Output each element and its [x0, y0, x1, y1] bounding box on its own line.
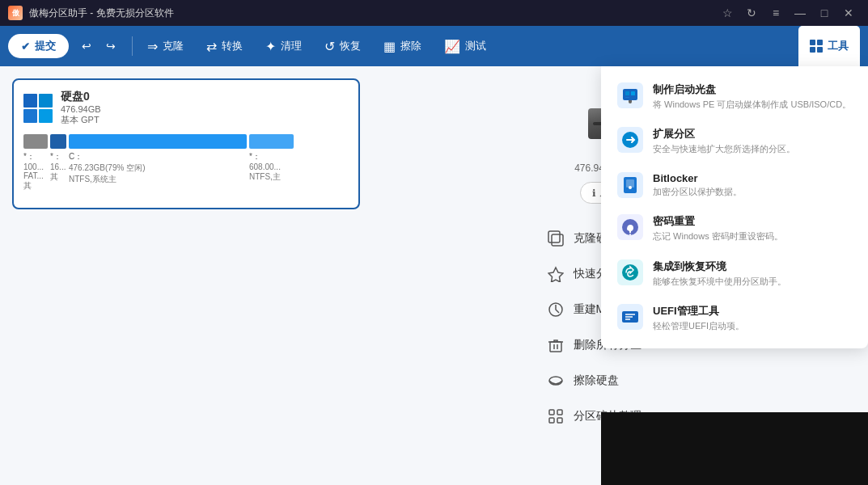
tool-boot-disk-text: 制作启动光盘 将 Windows PE 可启动媒体制作成 USB/ISO/CD。	[653, 82, 852, 111]
convert-icon: ⇄	[206, 39, 217, 54]
tool-password-reset[interactable]: 密码重置 忘记 Windows 密码时重设密码。	[601, 206, 868, 251]
disk-card: 硬盘0 476.94GB 基本 GPT *： 100... FAT... 其 *…	[12, 78, 360, 209]
disk-card-header: 硬盘0 476.94GB 基本 GPT	[23, 90, 349, 126]
svg-rect-0	[548, 231, 560, 242]
app-icon: 傲	[8, 6, 23, 20]
tool-bitlocker-icon	[617, 172, 643, 198]
wipe-disk-label: 擦除硬盘	[574, 373, 619, 388]
tools-label: 工具	[828, 39, 849, 53]
svg-rect-15	[631, 91, 635, 95]
disk-size: 476.94GB	[61, 104, 101, 114]
partition-bar-2: *： 16... 其	[50, 134, 66, 192]
rebuild-mbr-icon	[546, 300, 565, 319]
wipe-btn[interactable]: ▦ 擦除	[372, 34, 433, 59]
left-panel: 硬盘0 476.94GB 基本 GPT *： 100... FAT... 其 *…	[0, 66, 372, 485]
divider-1	[132, 36, 133, 56]
health-icon: ℹ	[592, 188, 596, 199]
redo-btn[interactable]: ↪	[100, 35, 122, 57]
svg-rect-16	[625, 97, 629, 98]
window-controls: ☆ ↻ ≡ — □ ✕	[716, 4, 860, 22]
svg-rect-10	[557, 410, 562, 415]
tool-password-reset-title: 密码重置	[653, 214, 852, 229]
toolbar: ✔ 提交 ↩ ↪ ⇒ 克隆 ⇄ 转换 ✦ 清理 ↺ 恢复 ▦ 擦除 📈 测试 工…	[0, 26, 868, 66]
delete-all-icon	[546, 335, 565, 355]
disk-info-text: 硬盘0 476.94GB 基本 GPT	[61, 90, 101, 126]
clean-btn[interactable]: ✦ 清理	[254, 34, 313, 59]
tool-recovery-desc: 能够在恢复环境中使用分区助手。	[653, 276, 852, 288]
wipe-disk-icon	[546, 371, 565, 390]
quick-partition-icon	[546, 264, 565, 284]
partition-bar-3: C： 476.23GB(79% 空闲) NTFS,系统主	[69, 134, 247, 192]
tool-bitlocker-title: Bitlocker	[653, 172, 852, 184]
submit-icon: ✔	[21, 40, 30, 53]
tool-bitlocker-text: Bitlocker 加密分区以保护数据。	[653, 172, 852, 198]
restore-icon: ↺	[324, 39, 335, 54]
svg-rect-13	[623, 89, 637, 100]
tool-recovery-icon	[617, 259, 643, 285]
partition-bar-1: *： 100... FAT... 其	[23, 134, 48, 192]
app-title: 傲梅分区助手 - 免费无损分区软件	[29, 6, 716, 20]
tool-bitlocker[interactable]: Bitlocker 加密分区以保护数据。	[601, 164, 868, 206]
tool-extend-text: 扩展分区 安全与快速地扩大您所选择的分区。	[653, 127, 852, 155]
svg-rect-11	[549, 418, 554, 423]
star-btn[interactable]: ☆	[716, 4, 739, 22]
tools-btn[interactable]: 工具	[798, 26, 860, 66]
wipe-icon: ▦	[383, 39, 396, 54]
title-bar: 傲 傲梅分区助手 - 免费无损分区软件 ☆ ↻ ≡ — □ ✕	[0, 0, 868, 26]
tool-recovery-text: 集成到恢复环境 能够在恢复环境中使用分区助手。	[653, 259, 852, 288]
undo-redo-group: ↩ ↪	[75, 35, 122, 57]
svg-point-24	[629, 234, 631, 235]
refresh-btn[interactable]: ↻	[740, 4, 763, 22]
disk-windows-icon	[23, 94, 53, 123]
restore-btn[interactable]: ↺ 恢复	[313, 34, 372, 59]
svg-rect-12	[557, 418, 562, 423]
submit-label: 提交	[35, 39, 56, 53]
tool-recovery[interactable]: 集成到恢复环境 能够在恢复环境中使用分区助手。	[601, 251, 868, 296]
tool-uefi-icon	[617, 304, 643, 330]
tool-uefi-title: UEFI管理工具	[653, 304, 852, 318]
submit-button[interactable]: ✔ 提交	[8, 34, 69, 58]
menu-btn[interactable]: ≡	[764, 4, 787, 22]
maximize-btn[interactable]: □	[813, 4, 836, 22]
tool-recovery-title: 集成到恢复环境	[653, 259, 852, 274]
tool-uefi[interactable]: UEFI管理工具 轻松管理UEFI启动项。	[601, 296, 868, 340]
clone-btn[interactable]: ⇒ 克隆	[136, 34, 195, 59]
partition-bars: *： 100... FAT... 其 *： 16... 其 C： 476.23G…	[23, 134, 349, 192]
close-btn[interactable]: ✕	[837, 4, 860, 22]
tool-uefi-desc: 轻松管理UEFI启动项。	[653, 320, 852, 332]
wipe-disk-item[interactable]: 擦除硬盘	[540, 366, 701, 395]
tool-boot-disk-desc: 将 Windows PE 可启动媒体制作成 USB/ISO/CD。	[653, 99, 852, 111]
clone-icon: ⇒	[147, 39, 158, 54]
disk-name: 硬盘0	[61, 90, 101, 104]
partition-bar-4: *： 608.00... NTFS,主	[249, 134, 294, 192]
minimize-btn[interactable]: —	[789, 4, 811, 22]
tool-bitlocker-desc: 加密分区以保护数据。	[653, 186, 852, 198]
tools-dropdown: 制作启动光盘 将 Windows PE 可启动媒体制作成 USB/ISO/CD。…	[601, 66, 868, 348]
svg-rect-18	[629, 100, 632, 102]
tool-extend-desc: 安全与快速地扩大您所选择的分区。	[653, 143, 852, 155]
bottom-black-panel	[601, 412, 868, 485]
test-btn[interactable]: 📈 测试	[433, 34, 498, 59]
tool-extend[interactable]: 扩展分区 安全与快速地扩大您所选择的分区。	[601, 119, 868, 163]
svg-marker-2	[548, 268, 563, 282]
tool-boot-disk-icon	[617, 82, 643, 108]
undo-btn[interactable]: ↩	[75, 35, 98, 57]
disk-type: 基本 GPT	[61, 114, 101, 126]
tool-boot-disk-title: 制作启动光盘	[653, 82, 852, 97]
tool-password-reset-icon	[617, 214, 643, 240]
tool-uefi-text: UEFI管理工具 轻松管理UEFI启动项。	[653, 304, 852, 332]
svg-rect-14	[625, 91, 629, 95]
test-icon: 📈	[444, 39, 460, 54]
tool-password-reset-text: 密码重置 忘记 Windows 密码时重设密码。	[653, 214, 852, 242]
svg-point-22	[629, 186, 632, 189]
svg-rect-1	[552, 234, 563, 246]
tool-boot-disk[interactable]: 制作启动光盘 将 Windows PE 可启动媒体制作成 USB/ISO/CD。	[601, 74, 868, 119]
main-content: 硬盘0 476.94GB 基本 GPT *： 100... FAT... 其 *…	[0, 66, 868, 485]
clone-disk-icon	[546, 229, 565, 248]
convert-btn[interactable]: ⇄ 转换	[195, 34, 254, 59]
clean-icon: ✦	[265, 39, 276, 54]
tool-extend-title: 扩展分区	[653, 127, 852, 141]
tool-extend-icon	[617, 127, 643, 153]
svg-rect-9	[549, 410, 554, 415]
svg-rect-4	[550, 342, 561, 352]
